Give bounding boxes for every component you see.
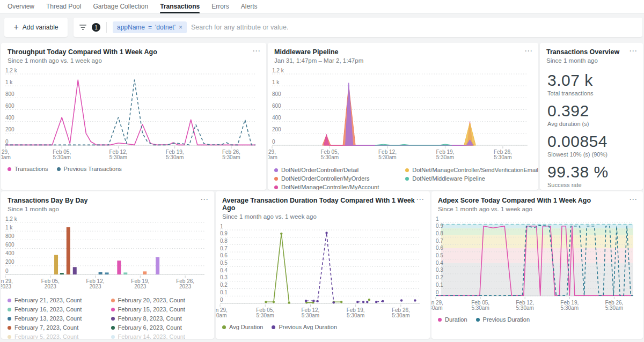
tab-overview[interactable]: Overview xyxy=(8,0,34,13)
legend-dot xyxy=(8,167,11,171)
add-variable-label: Add variable xyxy=(23,24,58,31)
legend-item[interactable]: February 13, 2023, Count xyxy=(8,315,111,322)
svg-text:0: 0 xyxy=(220,297,223,303)
panel-menu-button[interactable]: ⋯ xyxy=(629,195,638,204)
metric-value: 99.38 % xyxy=(547,163,643,181)
metric-avg-duration: 0.392 Avg duration (s) xyxy=(547,102,643,127)
legend-item[interactable]: February 20, 2023, Count xyxy=(111,297,215,303)
legend-dot xyxy=(111,299,115,302)
panel-header: Throughput Today Compared With 1 Week Ag… xyxy=(1,43,266,65)
svg-text:200: 200 xyxy=(272,127,281,132)
svg-text:5:30am: 5:30am xyxy=(494,154,511,160)
svg-text:600: 600 xyxy=(272,103,281,109)
svg-text:0.6: 0.6 xyxy=(220,252,228,258)
add-variable-button[interactable]: + Add variable xyxy=(4,18,68,37)
legend-item[interactable]: DotNet/ManageController/SendVerification… xyxy=(405,167,538,173)
legend-dot xyxy=(8,299,11,302)
chart-area: 1.2 k1 k8006004002000an 29,2023Feb 05,20… xyxy=(1,214,214,293)
throughput-chart[interactable]: 1.2 k1 k800600400200029,0amFeb 05,5:30am… xyxy=(1,66,259,161)
legend-item[interactable]: Duration xyxy=(438,316,467,323)
chip-remove-icon[interactable]: × xyxy=(179,24,182,31)
svg-text:5:30am: 5:30am xyxy=(257,313,274,318)
legend-label: February 5, 2023, Count xyxy=(14,333,78,339)
svg-text:5:30am: 5:30am xyxy=(53,154,71,160)
legend-dot xyxy=(8,335,11,339)
legend-item[interactable]: Avg Duration xyxy=(222,324,263,330)
attribute-search-bar: 1 appName = 'dotnet' × xyxy=(74,18,642,37)
legend-item[interactable]: DotNet/ManageController/MyAccount xyxy=(274,184,405,190)
legend-item[interactable]: February 16, 2023, Count xyxy=(8,306,111,313)
legend-item[interactable]: Transactions xyxy=(8,166,48,172)
svg-text:600: 600 xyxy=(5,103,14,109)
tab-alerts[interactable]: Alerts xyxy=(241,0,258,13)
chart-legend: Transactions Previous Transactions xyxy=(8,166,266,172)
svg-text:0.3: 0.3 xyxy=(436,267,443,273)
search-input[interactable] xyxy=(191,24,637,31)
filter-chip-appname[interactable]: appName = 'dotnet' × xyxy=(113,21,187,33)
metric-slowest: 0.00854 Slowest 10% (s) (90%) xyxy=(547,132,643,158)
legend-item[interactable]: DotNet/OrderController/MyOrders xyxy=(274,175,405,182)
svg-text:30am: 30am xyxy=(216,313,227,318)
legend-label: February 15, 2023, Count xyxy=(118,306,185,313)
legend-dot xyxy=(438,318,442,322)
panel-title: Throughput Today Compared With 1 Week Ag… xyxy=(8,48,260,56)
svg-text:800: 800 xyxy=(5,91,14,97)
legend-item[interactable]: DotNet/Middleware Pipeline xyxy=(405,175,538,182)
legend-label: Avg Duration xyxy=(229,324,263,330)
panel-menu-button[interactable]: ⋯ xyxy=(252,46,261,56)
svg-text:0: 0 xyxy=(436,289,439,295)
middleware-chart[interactable]: 1.2 k1 k800600400200029,0amFeb 05,5:30am… xyxy=(268,66,531,161)
legend-item[interactable]: February 8, 2023, Count xyxy=(111,315,215,322)
panel-menu-button[interactable]: ⋯ xyxy=(524,46,533,56)
tab-errors[interactable]: Errors xyxy=(211,0,229,13)
panel-menu-button[interactable]: ⋯ xyxy=(200,195,209,204)
avg-duration-chart[interactable]: 10.90.80.70.60.50.40.30.20.10an 29,30amF… xyxy=(216,222,423,319)
tab-transactions[interactable]: Transactions xyxy=(160,0,200,13)
panel-subtitle: Since 1 month ago vs. 1 week ago xyxy=(222,213,423,220)
legend-dot xyxy=(111,308,115,311)
legend-item[interactable]: February 6, 2023, Count xyxy=(111,324,215,331)
panel-header: Transactions Overview Since 1 month ago … xyxy=(540,43,643,65)
legend-item[interactable]: February 5, 2023, Count xyxy=(8,333,111,339)
panel-subtitle: Since 1 month ago vs. 1 week ago xyxy=(8,57,260,64)
legend-label: DotNet/Middleware Pipeline xyxy=(412,175,485,182)
tab-garbage-collection[interactable]: Garbage Collection xyxy=(93,0,148,13)
legend-item[interactable]: DotNet/OrderController/Detail xyxy=(274,167,405,173)
svg-text:30am: 30am xyxy=(431,305,443,311)
legend-label: DotNet/ManageController/SendVerification… xyxy=(412,167,538,173)
legend-item[interactable]: February 14, 2023, Count xyxy=(111,333,215,339)
legend-item[interactable]: February 7, 2023, Count xyxy=(8,324,111,331)
panel-header: Middleware Pipeline Jan 31, 1:47pm – Mar… xyxy=(268,43,538,65)
panel-header: Transactions Day By Day Since 1 month ag… xyxy=(1,191,214,213)
svg-text:0.7: 0.7 xyxy=(220,246,228,251)
legend-label: February 21, 2023, Count xyxy=(14,297,82,303)
svg-text:0.3: 0.3 xyxy=(220,274,228,280)
panel-transactions-overview: Transactions Overview Since 1 month ago … xyxy=(540,43,643,190)
legend-label: February 20, 2023, Count xyxy=(118,297,185,303)
panel-menu-button[interactable]: ⋯ xyxy=(416,195,425,204)
legend-label: Previous Avg Duration xyxy=(279,324,337,330)
legend-label: Duration xyxy=(445,316,467,323)
legend-item[interactable]: February 21, 2023, Count xyxy=(8,297,111,303)
filter-count-badge: 1 xyxy=(92,23,100,32)
svg-text:0.2: 0.2 xyxy=(220,282,228,288)
legend-item[interactable]: February 15, 2023, Count xyxy=(111,306,215,313)
svg-text:0.4: 0.4 xyxy=(220,267,228,273)
svg-text:5:30am: 5:30am xyxy=(561,305,579,311)
svg-text:1.2 k: 1.2 k xyxy=(272,68,284,73)
svg-text:5:30am: 5:30am xyxy=(516,305,534,311)
legend-item[interactable]: Previous Avg Duration xyxy=(272,324,337,330)
panel-menu-button[interactable]: ⋯ xyxy=(629,46,638,56)
svg-text:200: 200 xyxy=(5,259,14,265)
panel-day-by-day: Transactions Day By Day Since 1 month ag… xyxy=(1,191,214,339)
apdex-chart[interactable]: 10.90.80.70.60.50.40.30.20.10an 29,30amF… xyxy=(431,214,636,312)
day-by-day-chart[interactable]: 1.2 k1 k8006004002000an 29,2023Feb 05,20… xyxy=(1,214,208,291)
tab-thread-pool[interactable]: Thread Pool xyxy=(46,0,81,13)
metric-success-rate: 99.38 % Success rate xyxy=(547,163,643,188)
legend-item[interactable]: Previous Transactions xyxy=(57,166,122,172)
svg-text:2023: 2023 xyxy=(179,284,192,289)
panel-title: Adpex Score Today Compared With 1 Week A… xyxy=(438,197,636,204)
panel-header: Average Transaction Duration Today Compa… xyxy=(216,191,430,221)
legend-item[interactable]: Previous Duration xyxy=(476,316,530,323)
panel-title: Transactions Day By Day xyxy=(8,197,208,204)
